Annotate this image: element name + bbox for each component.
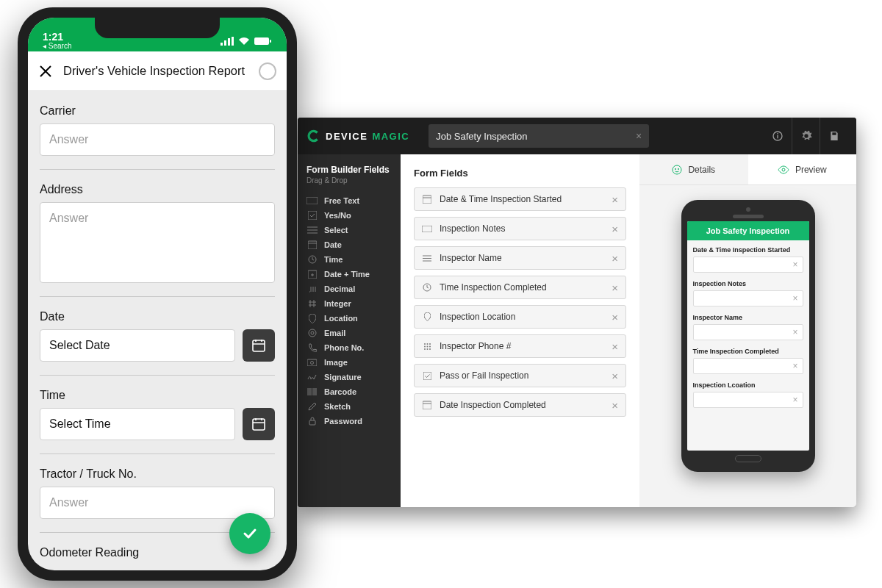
svg-rect-3 — [306, 197, 318, 204]
field-type-email[interactable]: Email — [306, 326, 392, 340]
save-icon — [828, 130, 840, 142]
phone-notch — [95, 18, 220, 38]
field-type-datetime[interactable]: Date + Time — [306, 267, 392, 282]
field-type-image[interactable]: Image — [306, 355, 392, 370]
sidebar-subtitle: Drag & Drop — [306, 176, 392, 184]
field-type-label: Email — [324, 329, 345, 337]
save-button[interactable] — [820, 118, 847, 154]
field-type-label: Password — [324, 417, 362, 426]
form-body[interactable]: Carrier Answer Address Answer Date Selec… — [28, 91, 287, 559]
preview-field: Inspection Notes× — [693, 280, 803, 306]
field-type-label: Decimal — [324, 284, 355, 293]
field-type-date[interactable]: Date — [306, 237, 392, 252]
preview-input[interactable]: × — [693, 358, 803, 374]
field-type-password[interactable]: Password — [306, 414, 392, 429]
field-type-phone[interactable]: Phone No. — [306, 340, 392, 355]
tractor-input[interactable]: Answer — [40, 487, 275, 519]
time-input[interactable]: Select Time — [40, 408, 235, 440]
field-type-select[interactable]: Select — [306, 223, 392, 237]
list-icon — [422, 255, 432, 262]
field-types-sidebar: Form Builder Fields Drag & Drop Free Tex… — [298, 154, 401, 507]
tab-preview[interactable]: Preview — [748, 154, 857, 185]
placeholder-text: Answer — [49, 212, 88, 225]
preview-input[interactable]: × — [693, 290, 803, 306]
phone-mockup: 1:21 ◂ Search Driver's Vehicle Inspectio… — [18, 7, 297, 581]
form-name-value: Job Safety Inspection — [436, 131, 527, 142]
form-field-label: Inspector Phone # — [440, 341, 511, 351]
carrier-input[interactable]: Answer — [40, 123, 275, 156]
svg-point-9 — [311, 331, 314, 334]
field-type-label: Time — [324, 255, 343, 264]
calendar-icon — [422, 195, 432, 204]
svg-point-19 — [424, 345, 426, 347]
svg-rect-37 — [253, 340, 265, 351]
info-button[interactable] — [764, 118, 792, 154]
field-type-yesno[interactable]: Yes/No — [306, 208, 392, 223]
form-field-row[interactable]: Inspector Name× — [414, 246, 626, 270]
pencil-icon — [306, 402, 318, 411]
tab-label: Details — [688, 165, 715, 175]
form-field-row[interactable]: Inspector Phone #× — [414, 334, 626, 358]
progress-ring[interactable] — [259, 62, 276, 80]
form-field-row[interactable]: Inspection Notes× — [414, 217, 626, 240]
settings-button[interactable] — [792, 118, 820, 154]
form-field-row[interactable]: Date & Time Inspection Started× — [414, 187, 626, 211]
svg-point-16 — [424, 343, 426, 345]
form-field-row[interactable]: Inspection Location× — [414, 305, 626, 329]
dialpad-icon — [422, 343, 432, 351]
field-type-sketch[interactable]: Sketch — [306, 399, 392, 414]
remove-field-icon[interactable]: × — [612, 311, 618, 323]
remove-field-icon[interactable]: × — [612, 282, 618, 294]
preview-input[interactable]: × — [693, 324, 803, 340]
eye-icon — [778, 165, 789, 174]
checkbox-icon — [422, 372, 432, 380]
field-type-free-text[interactable]: Free Text — [306, 193, 392, 208]
field-type-signature[interactable]: Signature — [306, 370, 392, 384]
remove-field-icon[interactable]: × — [612, 340, 618, 353]
check-icon — [240, 524, 259, 543]
form-name-input[interactable]: Job Safety Inspection × — [429, 124, 649, 148]
preview-input[interactable]: × — [693, 392, 803, 408]
form-field-row[interactable]: Date Inspection Completed× — [414, 393, 626, 417]
preview-input[interactable]: × — [693, 257, 803, 273]
form-field-row[interactable]: Time Inspection Completed× — [414, 276, 626, 299]
preview-screen: Job Safety Inspection Date & Time Inspec… — [687, 221, 809, 451]
svg-rect-5 — [308, 241, 317, 249]
field-type-label: Image — [324, 358, 348, 367]
preview-phone: Job Safety Inspection Date & Time Inspec… — [681, 200, 815, 472]
submit-fab[interactable] — [229, 513, 270, 554]
question-label: Carrier — [40, 104, 275, 118]
field-type-location[interactable]: Location — [306, 311, 392, 326]
remove-field-icon[interactable]: × — [612, 193, 618, 206]
form-field-row[interactable]: Pass or Fail Inspection× — [414, 364, 626, 387]
date-input[interactable]: Select Date — [40, 329, 235, 362]
field-type-time[interactable]: Time — [306, 252, 392, 267]
clear-form-name-icon[interactable]: × — [636, 130, 642, 142]
back-to-search[interactable]: ◂ Search — [43, 43, 71, 51]
field-type-label: Yes/No — [324, 211, 351, 220]
svg-rect-13 — [423, 196, 431, 204]
field-type-decimal[interactable]: Decimal — [306, 282, 392, 296]
date-picker-button[interactable] — [243, 329, 275, 362]
remove-field-icon[interactable]: × — [612, 252, 618, 265]
battery-icon — [254, 37, 272, 46]
svg-point-11 — [311, 362, 314, 365]
sidebar-title: Form Builder Fields — [306, 165, 392, 175]
canvas-title: Form Fields — [414, 168, 626, 179]
address-input[interactable]: Answer — [40, 202, 275, 283]
list-icon — [306, 226, 318, 234]
preview-field: Date & Time Inspection Started× — [693, 246, 803, 273]
time-picker-button[interactable] — [243, 408, 275, 440]
at-icon — [306, 329, 318, 337]
field-type-barcode[interactable]: Barcode — [306, 384, 392, 399]
tab-details[interactable]: Details — [639, 154, 748, 185]
details-icon — [672, 165, 682, 175]
close-form-button[interactable] — [38, 64, 53, 79]
field-type-label: Barcode — [324, 387, 356, 396]
field-type-integer[interactable]: Integer — [306, 296, 392, 311]
status-time: 1:21 — [43, 32, 71, 43]
remove-field-icon[interactable]: × — [612, 223, 618, 235]
remove-field-icon[interactable]: × — [612, 399, 618, 412]
form-field-label: Date & Time Inspection Started — [440, 194, 562, 204]
remove-field-icon[interactable]: × — [612, 370, 618, 382]
